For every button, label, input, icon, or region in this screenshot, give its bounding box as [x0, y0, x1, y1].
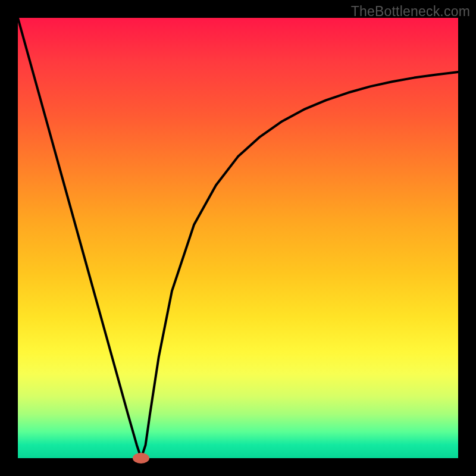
curve-path: [18, 18, 458, 458]
minimum-marker: [133, 453, 149, 464]
curve-svg: [18, 18, 458, 458]
attribution-text: TheBottleneck.com: [351, 4, 470, 20]
chart-frame: TheBottleneck.com: [0, 0, 476, 476]
plot-area: [18, 18, 458, 458]
